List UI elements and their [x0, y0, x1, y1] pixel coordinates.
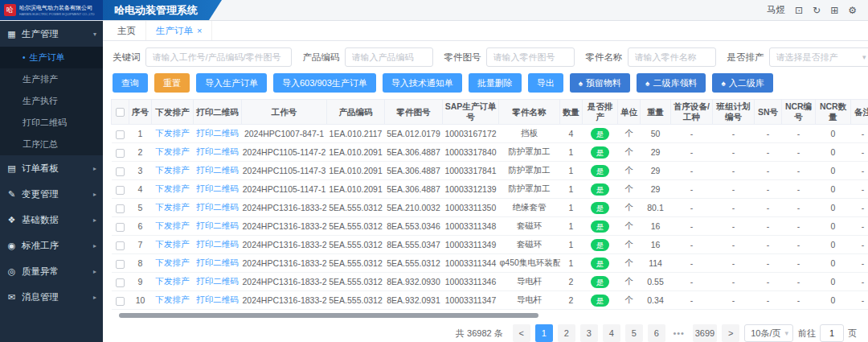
- sidebar-item-production-scheduling[interactable]: 生产排产: [0, 68, 103, 90]
- dispatch-link[interactable]: 下发排产: [156, 295, 190, 304]
- print-link[interactable]: 打印二维码: [196, 239, 239, 249]
- keyword-input[interactable]: [145, 47, 292, 67]
- row-checkbox[interactable]: [116, 167, 125, 176]
- cell-part_no: 8EA.553.0346: [385, 217, 443, 236]
- total-count: 共 36982 条: [456, 328, 503, 340]
- sidebar-item-basic-data[interactable]: ❖基础数据▸: [0, 207, 103, 233]
- page-button-6[interactable]: 6: [648, 324, 665, 342]
- cell-part_no: 8EA.555.0347: [385, 236, 443, 254]
- dispatch-link[interactable]: 下发排产: [156, 239, 190, 249]
- page-button-5[interactable]: 5: [625, 324, 643, 342]
- user-name[interactable]: 马煜: [767, 4, 785, 16]
- cell-part_name: 导电杆: [499, 273, 560, 291]
- sidebar-item-process-summary[interactable]: 工序汇总: [0, 134, 103, 155]
- sidebar-item-standard-process[interactable]: ◉标准工序▸: [0, 233, 103, 258]
- next-page-button[interactable]: >: [722, 324, 739, 342]
- sidebar-item-change-management[interactable]: ✎变更管理▸: [0, 181, 103, 207]
- fullscreen-icon[interactable]: ⊡: [795, 5, 803, 16]
- page-size-select[interactable]: 10条/页 ▾: [744, 324, 793, 342]
- dispatch-link[interactable]: 下发排产: [156, 183, 190, 193]
- row-checkbox[interactable]: [116, 223, 125, 232]
- page-button-3[interactable]: 3: [580, 324, 598, 342]
- row-checkbox[interactable]: [116, 241, 125, 250]
- cell-part_no: 5EA.555.0312: [385, 254, 443, 273]
- dispatch-link[interactable]: 下发排产: [156, 258, 190, 267]
- row-checkbox[interactable]: [116, 204, 125, 213]
- row-checkbox[interactable]: [116, 149, 125, 158]
- import-tech-notice-button[interactable]: 导入技术通知单: [383, 73, 462, 93]
- sidebar-item-production-management[interactable]: ▦生产管理▾: [0, 21, 103, 47]
- refresh-icon[interactable]: ↻: [813, 5, 821, 16]
- cell-unit: 个: [618, 143, 641, 162]
- tab-production-orders[interactable]: 生产订单×: [146, 21, 212, 40]
- part-drawing-no-input[interactable]: [486, 47, 575, 67]
- print-link[interactable]: 打印二维码: [196, 165, 239, 175]
- reserve-material-icon: ♠: [579, 79, 583, 88]
- cell-seq: 4: [129, 180, 152, 199]
- tab-home[interactable]: 主页: [108, 21, 146, 40]
- close-icon[interactable]: ×: [197, 26, 202, 35]
- import-production-order-button[interactable]: 导入生产订单: [196, 73, 267, 93]
- page-button-2[interactable]: 2: [558, 324, 575, 342]
- dispatch-link[interactable]: 下发排产: [156, 202, 190, 212]
- apps-icon[interactable]: ⊞: [830, 5, 838, 16]
- dispatch-link[interactable]: 下发排产: [156, 128, 190, 138]
- cell-sap_no: 10003312139: [443, 180, 499, 199]
- import-603-903-order-button[interactable]: 导入603/903生产订单: [273, 73, 376, 93]
- row-checkbox[interactable]: [116, 297, 125, 306]
- sidebar-item-production-orders[interactable]: •生产订单: [0, 47, 103, 68]
- export-button[interactable]: 导出: [528, 73, 563, 93]
- sidebar-item-message-management[interactable]: ✉消息管理▸: [0, 284, 103, 310]
- sidebar-subitem-label: 打印二维码: [23, 117, 67, 129]
- more-pages-icon[interactable]: •••: [670, 324, 688, 342]
- print-link[interactable]: 打印二维码: [196, 183, 239, 193]
- settings-icon[interactable]: ⚙: [848, 5, 857, 16]
- sidebar-menu: ▦生产管理▾•生产订单生产排产生产执行打印二维码工序汇总▤订单看板▸✎变更管理▸…: [0, 21, 103, 310]
- row-checkbox[interactable]: [116, 278, 125, 287]
- sidebar-item-production-execution[interactable]: 生产执行: [0, 90, 103, 112]
- cell-scheduled: 是: [583, 273, 618, 291]
- goto-page-input[interactable]: [820, 324, 844, 342]
- cell-remark: -: [851, 162, 868, 180]
- dispatch-link[interactable]: 下发排产: [156, 276, 190, 286]
- product-code-input[interactable]: [345, 47, 433, 67]
- cell-part_name: 套磁环: [499, 217, 560, 236]
- secondary-warehouse-pick-button[interactable]: ♠二级库领料: [637, 73, 706, 93]
- print-link[interactable]: 打印二维码: [196, 295, 239, 304]
- reserve-material-button[interactable]: ♠预留物料: [570, 73, 630, 93]
- query-button[interactable]: 查询: [113, 73, 148, 93]
- select-all-checkbox[interactable]: [116, 108, 125, 117]
- cell-sn_no: -: [755, 143, 782, 162]
- cell-qty: 1: [560, 217, 583, 236]
- print-link[interactable]: 打印二维码: [196, 202, 239, 212]
- print-link[interactable]: 打印二维码: [196, 128, 239, 138]
- batch-delete-button[interactable]: 批量删除: [469, 73, 522, 93]
- page-button-3699[interactable]: 3699: [693, 324, 717, 342]
- print-link[interactable]: 打印二维码: [196, 146, 239, 156]
- print-link[interactable]: 打印二维码: [196, 258, 239, 267]
- cell-select: [112, 199, 129, 217]
- prev-page-button[interactable]: <: [513, 324, 530, 342]
- scheduled-badge: 是: [591, 239, 610, 251]
- sidebar-item-order-board[interactable]: ▤订单看板▸: [0, 155, 103, 181]
- scheduled-flag-select[interactable]: 请选择是否排产▾: [769, 47, 868, 67]
- reset-button[interactable]: 重置: [154, 73, 190, 93]
- page-button-4[interactable]: 4: [603, 324, 620, 342]
- print-link[interactable]: 打印二维码: [196, 276, 239, 286]
- secondary-warehouse-in-button[interactable]: ♠入二级库: [712, 73, 772, 93]
- page-button-1[interactable]: 1: [535, 324, 553, 342]
- sidebar-item-quality-exception[interactable]: ◎质量异常▸: [0, 258, 103, 284]
- col-work_no: 工作号: [242, 100, 327, 125]
- button-label: 预留物料: [586, 77, 621, 89]
- dispatch-link[interactable]: 下发排产: [156, 165, 190, 175]
- row-checkbox[interactable]: [116, 260, 125, 269]
- row-checkbox[interactable]: [116, 186, 125, 195]
- dispatch-link[interactable]: 下发排产: [156, 220, 190, 230]
- sidebar-item-print-qrcode[interactable]: 打印二维码: [0, 112, 103, 134]
- part-name-input[interactable]: [628, 47, 716, 67]
- sidebar-item-label: 标准工序: [22, 240, 59, 252]
- row-checkbox[interactable]: [116, 130, 125, 139]
- cell-print: 打印二维码: [194, 291, 242, 310]
- print-link[interactable]: 打印二维码: [196, 220, 239, 230]
- dispatch-link[interactable]: 下发排产: [156, 146, 190, 156]
